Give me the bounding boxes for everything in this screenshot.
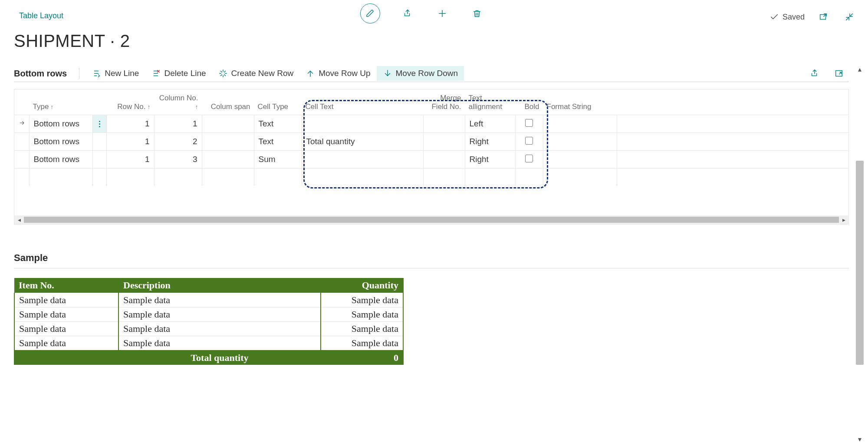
cell-column-no[interactable]: 2 <box>154 133 202 151</box>
checkbox-icon[interactable] <box>525 137 533 145</box>
row-selector-icon[interactable] <box>14 115 29 133</box>
page-vertical-scrollbar[interactable]: ▴ ▾ <box>856 65 864 443</box>
grid-horizontal-scrollbar[interactable]: ◂ ▸ <box>14 215 848 224</box>
table-row[interactable]: Bottom rows 1 3 Sum Right <box>14 151 848 169</box>
page-title: SHIPMENT · 2 <box>14 31 130 51</box>
saved-indicator: Saved <box>769 12 805 22</box>
cell-type[interactable]: Bottom rows <box>29 151 92 169</box>
move-row-up-label: Move Row Up <box>319 69 370 78</box>
cell-colum-span[interactable] <box>202 151 254 169</box>
col-header-cell-type[interactable]: Cell Type <box>254 89 302 115</box>
col-header-format-string[interactable]: Format String <box>543 89 617 115</box>
cell-cell-text[interactable]: Total quantity <box>302 133 423 151</box>
table-row[interactable]: Bottom rows 1 1 Text Left <box>14 115 848 133</box>
grid-share-button[interactable] <box>807 66 822 81</box>
sample-cell: Sample data <box>14 293 118 307</box>
sample-table-row: Sample dataSample dataSample data <box>14 322 403 336</box>
cell-column-no[interactable]: 3 <box>154 151 202 169</box>
create-new-row-button[interactable]: Create New Row <box>212 66 300 81</box>
sample-table-row: Sample dataSample dataSample data <box>14 307 403 322</box>
sample-cell: Sample data <box>118 336 321 351</box>
cell-cell-text[interactable] <box>302 115 423 133</box>
move-row-down-button[interactable]: Move Row Down <box>377 66 464 81</box>
sample-cell: Sample data <box>14 322 118 336</box>
delete-button[interactable] <box>470 6 484 21</box>
cell-cell-type[interactable]: Text <box>254 133 302 151</box>
bottom-rows-grid[interactable]: Type↑ Row No.↑ Column No.↑ Colum span Ce… <box>14 89 849 225</box>
sample-table-row: Sample dataSample dataSample data <box>14 293 403 307</box>
col-header-column-no[interactable]: Column No.↑ <box>154 89 202 115</box>
cell-format-string[interactable] <box>543 115 617 133</box>
cell-format-string[interactable] <box>543 133 617 151</box>
popout-button[interactable] <box>816 10 831 24</box>
breadcrumb[interactable]: Table Layout <box>19 11 63 20</box>
create-new-row-label: Create New Row <box>231 69 294 78</box>
cell-row-no[interactable]: 1 <box>106 151 154 169</box>
cell-bold[interactable] <box>515 151 543 169</box>
sample-col-description: Description <box>118 278 321 293</box>
sample-section-title: Sample <box>14 252 849 268</box>
table-row[interactable]: Bottom rows 1 2 Text Total quantity Righ… <box>14 133 848 151</box>
cell-format-string[interactable] <box>543 151 617 169</box>
cell-row-no[interactable]: 1 <box>106 115 154 133</box>
cell-text-alignment[interactable]: Right <box>465 133 515 151</box>
sample-cell: Sample data <box>14 307 118 322</box>
col-header-row-no[interactable]: Row No.↑ <box>106 89 154 115</box>
col-header-cell-text[interactable]: Cell Text <box>302 89 423 115</box>
sample-footer-value: 0 <box>321 350 403 365</box>
new-line-label: New Line <box>105 69 139 78</box>
sample-cell: Sample data <box>14 336 118 351</box>
cell-row-no[interactable]: 1 <box>106 133 154 151</box>
col-header-text-alignment[interactable]: Text allignment <box>465 89 515 115</box>
cell-bold[interactable] <box>515 115 543 133</box>
delete-line-button[interactable]: Delete Line <box>145 66 212 81</box>
cell-merge-field-no[interactable] <box>423 151 465 169</box>
cell-colum-span[interactable] <box>202 133 254 151</box>
sample-table: Item No. Description Quantity Sample dat… <box>14 278 404 365</box>
new-line-button[interactable]: New Line <box>85 66 145 81</box>
cell-merge-field-no[interactable] <box>423 133 465 151</box>
sample-cell: Sample data <box>321 336 403 351</box>
cell-column-no[interactable]: 1 <box>154 115 202 133</box>
cell-cell-type[interactable]: Sum <box>254 151 302 169</box>
sample-cell: Sample data <box>118 293 321 307</box>
cell-type[interactable]: Bottom rows <box>29 115 92 133</box>
sample-cell: Sample data <box>321 322 403 336</box>
collapse-button[interactable] <box>842 10 857 24</box>
sample-table-row: Sample dataSample dataSample data <box>14 336 403 351</box>
delete-line-label: Delete Line <box>164 69 206 78</box>
cell-text-alignment[interactable]: Left <box>465 115 515 133</box>
new-button[interactable] <box>435 6 450 21</box>
table-row-empty[interactable] <box>14 169 848 186</box>
section-label-bottom-rows: Bottom rows <box>14 69 73 79</box>
col-header-bold[interactable]: Bold <box>515 89 543 115</box>
cell-merge-field-no[interactable] <box>423 115 465 133</box>
col-header-colum-span[interactable]: Colum span <box>202 89 254 115</box>
sample-cell: Sample data <box>118 307 321 322</box>
share-button[interactable] <box>400 6 415 21</box>
sample-cell: Sample data <box>321 293 403 307</box>
sample-cell: Sample data <box>118 322 321 336</box>
checkbox-icon[interactable] <box>525 155 533 162</box>
cell-bold[interactable] <box>515 133 543 151</box>
move-row-up-button[interactable]: Move Row Up <box>299 66 376 81</box>
cell-cell-type[interactable]: Text <box>254 115 302 133</box>
sample-col-quantity: Quantity <box>321 278 403 293</box>
edit-button[interactable] <box>360 3 380 23</box>
col-header-type[interactable]: Type↑ <box>29 89 92 115</box>
saved-label: Saved <box>783 13 805 22</box>
cell-colum-span[interactable] <box>202 115 254 133</box>
sample-footer-label: Total quantity <box>118 350 321 365</box>
cell-text-alignment[interactable]: Right <box>465 151 515 169</box>
grid-expand-button[interactable] <box>832 66 846 81</box>
row-menu-button[interactable] <box>92 115 106 133</box>
checkbox-icon[interactable] <box>525 119 533 127</box>
cell-cell-text[interactable] <box>302 151 423 169</box>
move-row-down-label: Move Row Down <box>396 69 458 78</box>
col-header-merge-field-no[interactable]: Merge Field No. <box>423 89 465 115</box>
sample-cell: Sample data <box>321 307 403 322</box>
cell-type[interactable]: Bottom rows <box>29 133 92 151</box>
sample-col-item-no: Item No. <box>14 278 118 293</box>
